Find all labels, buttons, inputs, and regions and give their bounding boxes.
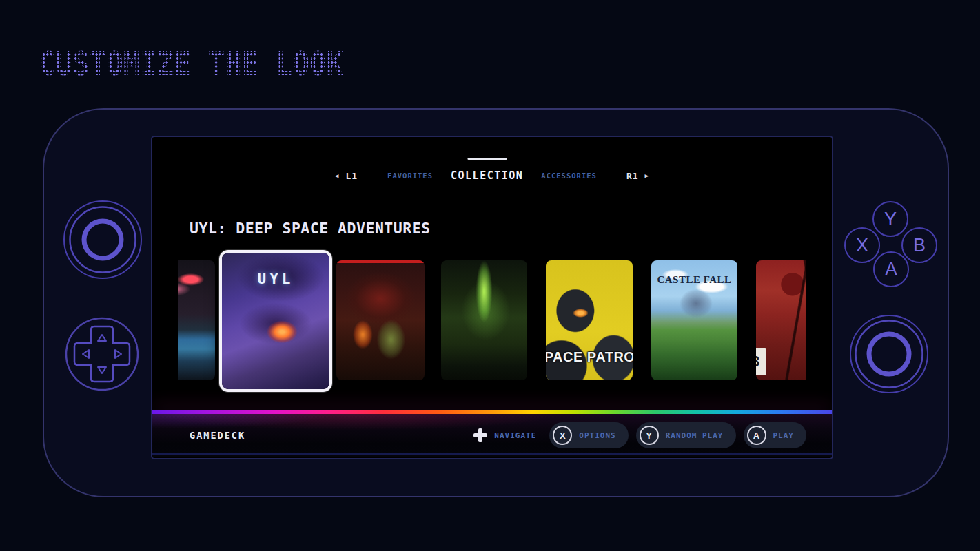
rainbow-accent-bar	[152, 410, 832, 414]
card-badge-text: 3	[756, 353, 759, 371]
handheld-device: Y X B A ◀ L1 FAVORITES COLLECTION ACCESS…	[43, 108, 949, 497]
r1-label: R1	[626, 171, 639, 181]
device-screen: ◀ L1 FAVORITES COLLECTION ACCESSORIES R1…	[151, 136, 833, 459]
button-hints: NAVIGATE X OPTIONS Y RANDOM PLAY A PLAY	[473, 414, 806, 457]
tab-collection-label: COLLECTION	[451, 169, 523, 182]
game-carousel: UYL SPACE PATROL CASTLE FALL	[178, 247, 806, 396]
right-arrow-icon: ▶	[645, 172, 649, 179]
dpad-icon	[473, 428, 488, 443]
options-label: OPTIONS	[579, 431, 615, 440]
page-title: CUSTOMIZE THE LOOK	[39, 44, 343, 83]
game-card-space-patrol[interactable]: SPACE PATROL	[546, 260, 633, 380]
uyl-logo: UYL	[222, 271, 329, 287]
right-joystick[interactable]	[848, 313, 930, 395]
nav-next-r1[interactable]: R1 ▶	[626, 171, 649, 181]
castle-fall-title: CASTLE FALL	[651, 274, 737, 286]
brand-label: GAMEDECK	[190, 430, 245, 441]
face-button-b[interactable]: B	[901, 227, 937, 263]
game-card-crimson-ship[interactable]: 3	[756, 260, 806, 380]
forest-colossus-cover	[441, 260, 527, 380]
options-button[interactable]: X OPTIONS	[549, 422, 628, 448]
footer-bar: GAMEDECK NAVIGATE X OPTIONS Y RANDOM PLA…	[152, 414, 832, 457]
uyl-cover: UYL	[222, 253, 329, 389]
navigate-label: NAVIGATE	[494, 431, 536, 440]
play-button[interactable]: A PLAY	[744, 422, 807, 448]
x-key-icon: X	[553, 426, 572, 445]
tab-favorites[interactable]: FAVORITES	[387, 171, 433, 180]
game-card-demon-shooter[interactable]	[336, 260, 425, 380]
game-card-street-racer[interactable]	[178, 260, 215, 380]
demon-shooter-cover	[336, 260, 425, 380]
space-patrol-title: SPACE PATROL	[546, 349, 633, 365]
navigate-hint: NAVIGATE	[473, 428, 536, 443]
collection-title: UYL: DEEP SPACE ADVENTURES	[190, 220, 431, 237]
street-racer-cover	[178, 260, 215, 380]
left-arrow-icon: ◀	[335, 172, 339, 179]
play-label: PLAY	[773, 431, 795, 440]
face-button-cluster: Y X B A	[835, 192, 946, 289]
face-button-a[interactable]: A	[873, 251, 909, 287]
game-card-uyl-selected[interactable]: UYL	[219, 250, 332, 392]
active-tab-indicator	[467, 158, 507, 160]
card-badge: 3	[756, 348, 766, 375]
left-joystick[interactable]	[61, 198, 144, 281]
random-play-label: RANDOM PLAY	[666, 431, 724, 440]
game-card-forest-colossus[interactable]	[441, 260, 527, 380]
tab-navigation: ◀ L1 FAVORITES COLLECTION ACCESSORIES R1…	[152, 169, 832, 182]
face-button-y[interactable]: Y	[872, 201, 908, 237]
y-key-icon: Y	[640, 426, 659, 445]
space-patrol-cover: SPACE PATROL	[546, 260, 633, 380]
castle-fall-cover: CASTLE FALL	[651, 260, 737, 380]
l1-label: L1	[345, 171, 358, 181]
dpad[interactable]	[64, 316, 140, 392]
nav-prev-l1[interactable]: ◀ L1	[335, 171, 358, 181]
crimson-ship-cover: 3	[756, 260, 806, 380]
tab-collection[interactable]: COLLECTION	[451, 169, 523, 182]
face-button-x[interactable]: X	[844, 227, 880, 263]
game-card-castle-fall[interactable]: CASTLE FALL	[651, 260, 737, 380]
a-key-icon: A	[747, 426, 766, 445]
random-play-button[interactable]: Y RANDOM PLAY	[636, 422, 736, 448]
tab-accessories[interactable]: ACCESSORIES	[541, 171, 597, 180]
